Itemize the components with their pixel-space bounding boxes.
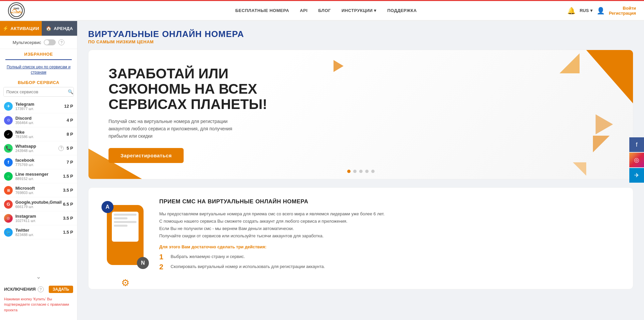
set-exceptions-button[interactable]: ЗАДАТЬ — [49, 286, 73, 293]
tab-activations[interactable]: ⚡ АКТИВАЦИИ — [0, 21, 42, 36]
multiservice-toggle[interactable] — [44, 39, 56, 45]
show-more-row: ⌄ — [0, 270, 77, 283]
hero-banner: ЗАРАБОТАЙ ИЛИ СЭКОНОМЬ НА ВСЕХ СЕРВИСАХ … — [88, 50, 633, 179]
step-1: 1 Выбрать желаемую страну и сервис. — [159, 253, 620, 261]
exceptions-label: ИСКЛЮЧЕНИЯ — [4, 287, 36, 292]
main-layout: ⚡ АКТИВАЦИИ 🏠 АРЕНДА Мультисервис ? ИЗБР… — [0, 21, 644, 320]
search-button[interactable]: 🔍 — [65, 87, 74, 96]
exceptions-row: ИСКЛЮЧЕНИЯ ? ЗАДАТЬ — [0, 283, 77, 294]
banner-desc: Получай смс на виртуальные номера для ре… — [109, 118, 249, 140]
phone-mockup: A N — [107, 205, 144, 265]
register-big-button[interactable]: Зарегистироваться — [109, 148, 184, 163]
list-item[interactable]: ✈ Telegram 173977 шт. 12 Р — [0, 99, 77, 113]
letter-a-badge: A — [101, 201, 114, 213]
register-button[interactable]: Регистрация — [609, 11, 636, 16]
whatsapp-question-icon[interactable]: ? — [58, 146, 64, 151]
telegram-icon: ✈ — [4, 102, 13, 111]
banner-heading: ЗАРАБОТАЙ ИЛИ СЭКОНОМЬ НА ВСЕХ СЕРВИСАХ … — [109, 66, 302, 112]
nav-blog[interactable]: БЛОГ — [318, 8, 331, 13]
list-item[interactable]: G Google,youtube,Gmail 666179 шт. 6.5 Р — [0, 197, 77, 211]
info-section: A N ⚙ ПРИЕМ СМС НА ВИРТУАЛЬНЫЕ ОНЛАЙН НО… — [88, 187, 633, 289]
language-selector[interactable]: RUS ▾ — [580, 8, 592, 13]
info-illustration: A N ⚙ — [102, 198, 149, 278]
sidebar: ⚡ АКТИВАЦИИ 🏠 АРЕНДА Мультисервис ? ИЗБР… — [0, 21, 77, 320]
nike-icon: ✓ — [4, 130, 13, 139]
carousel-dots — [347, 170, 375, 173]
main-content: ВИРТУАЛЬНЫЕ ОНЛАЙН НОМЕРА ПО САМЫМ НИЗКИ… — [77, 21, 644, 320]
step-2: 2 Скопировать виртуальный номер и исполь… — [159, 263, 620, 271]
tab-rent[interactable]: 🏠 АРЕНДА — [42, 21, 77, 36]
multiservice-help-icon[interactable]: ? — [58, 39, 64, 45]
favorites-underline — [5, 59, 72, 60]
sidebar-tabs: ⚡ АКТИВАЦИИ 🏠 АРЕНДА — [0, 21, 77, 36]
favorites-label: ИЗБРАННОЕ — [0, 49, 77, 59]
list-item[interactable]: ▦ Microsoft 769803 шт. 3.5 Р — [0, 183, 77, 197]
carousel-dot-3[interactable] — [359, 170, 363, 173]
list-item[interactable]: ✓ Nike 781586 шт. 8 Р — [0, 127, 77, 141]
google-icon: G — [4, 200, 13, 209]
list-item[interactable]: 📞 Whatsapp 243948 шт. ? 5 Р — [0, 141, 77, 155]
discord-icon: ⊙ — [4, 116, 13, 125]
page-subtitle: ПО САМЫМ НИЗКИМ ЦЕНАМ — [88, 39, 633, 44]
shape-mid-triangle — [596, 114, 613, 134]
full-price-anchor[interactable]: Полный список цен по сервисам и странам — [7, 65, 70, 75]
social-instagram-button[interactable]: ◎ — [629, 153, 644, 167]
nav-support[interactable]: ПОДДЕРЖКА — [387, 8, 417, 13]
step-2-number: 2 — [159, 263, 167, 271]
svg-text:ACTIVATE: ACTIVATE — [11, 11, 22, 14]
multiservice-label: Мультисервис — [13, 40, 41, 45]
carousel-dot-4[interactable] — [365, 170, 369, 173]
page-title: ВИРТУАЛЬНЫЕ ОНЛАЙН НОМЕРА — [88, 29, 633, 39]
step-2-text: Скопировать виртуальный номер и использо… — [171, 263, 325, 270]
search-icon: 🔍 — [68, 89, 73, 94]
list-item[interactable]: f facebook 775769 шт. 7 Р — [0, 155, 77, 169]
chevron-down-icon: ▾ — [590, 8, 593, 13]
search-input[interactable] — [4, 87, 65, 96]
service-list: ✈ Telegram 173977 шт. 12 Р ⊙ Discord 356… — [0, 99, 77, 270]
shape-small-triangle — [573, 162, 586, 176]
search-box: 🔍 — [3, 87, 74, 97]
info-text: ПРИЕМ СМС НА ВИРТУАЛЬНЫЕ ОНЛАЙН НОМЕРА М… — [159, 198, 620, 273]
carousel-dot-1[interactable] — [347, 170, 351, 173]
carousel-dot-2[interactable] — [353, 170, 357, 173]
nav-instructions[interactable]: ИНСТРУКЦИИ ▾ — [342, 8, 377, 13]
list-item[interactable]: 🐦 Twitter 823488 шт. 1.5 Р — [0, 225, 77, 239]
logo-area: SMS ACTIVATE — [8, 2, 85, 19]
info-desc-1: Мы предоставляем виртуальные номера для … — [159, 210, 620, 240]
carousel-dot-5[interactable] — [371, 170, 375, 173]
list-item[interactable]: ○ Line messenger 889152 шт. 1.5 Р — [0, 169, 77, 183]
page-title-section: ВИРТУАЛЬНЫЕ ОНЛАЙН НОМЕРА ПО САМЫМ НИЗКИ… — [88, 29, 633, 44]
line-icon: ○ — [4, 172, 13, 181]
rent-icon: 🏠 — [46, 26, 52, 31]
list-item[interactable]: ◎ Instagram 1027411 шт. 3.5 Р — [0, 211, 77, 225]
step-1-text: Выбрать желаемую страну и сервис. — [171, 253, 245, 260]
logo-icon: SMS ACTIVATE — [8, 2, 25, 19]
nav-api[interactable]: API — [300, 8, 307, 13]
chevron-down-icon: ▾ — [374, 8, 377, 13]
list-item[interactable]: ⊙ Discord 356464 шт. 4 Р — [0, 113, 77, 127]
login-button[interactable]: Войти — [623, 6, 636, 11]
banner-content: ЗАРАБОТАЙ ИЛИ СЭКОНОМЬ НА ВСЕХ СЕРВИСАХ … — [88, 50, 322, 179]
info-orange-label: Для этого Вам достаточно сделать три дей… — [159, 244, 620, 249]
shape-bottom-right-triangle — [593, 136, 610, 152]
twitter-icon: 🐦 — [4, 228, 13, 237]
letter-n-badge: N — [137, 257, 149, 269]
whatsapp-icon: 📞 — [4, 144, 13, 153]
nav-free-numbers[interactable]: БЕСПЛАТНЫЕ НОМЕРА — [235, 8, 289, 13]
shape-corner-triangle — [560, 53, 580, 73]
instagram-icon: ◎ — [4, 214, 13, 223]
phone-screen — [112, 212, 139, 242]
main-navigation: БЕСПЛАТНЫЕ НОМЕРА API БЛОГ ИНСТРУКЦИИ ▾ … — [85, 8, 567, 13]
microsoft-icon: ▦ — [4, 186, 13, 195]
service-selection-label: ВЫБОР СЕРВИСА — [0, 77, 77, 87]
auth-buttons: Войти Регистрация — [609, 6, 636, 16]
social-facebook-button[interactable]: f — [629, 137, 644, 152]
nav-right: 🔔 RUS ▾ 👤 Войти Регистрация — [567, 6, 636, 16]
show-more-chevron-icon[interactable]: ⌄ — [36, 273, 41, 280]
activations-icon: ⚡ — [3, 26, 9, 31]
exceptions-help-icon[interactable]: ? — [38, 286, 44, 292]
notification-bell-icon[interactable]: 🔔 — [567, 7, 576, 15]
social-telegram-button[interactable]: ✈ — [629, 168, 644, 183]
user-icon: 👤 — [597, 7, 605, 15]
multiservice-row: Мультисервис ? — [0, 36, 77, 49]
